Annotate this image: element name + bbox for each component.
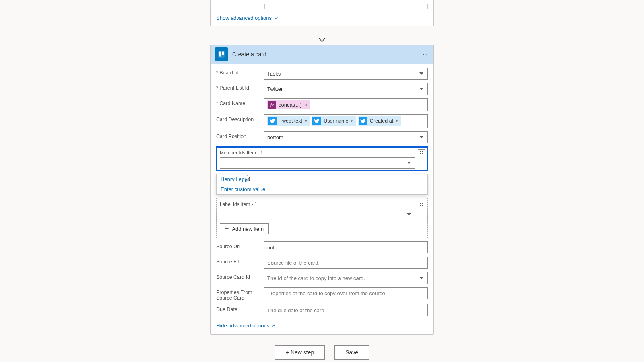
input-source-url[interactable]: null xyxy=(264,241,428,253)
input-card-position[interactable]: bottom xyxy=(264,131,428,143)
show-advanced-label: Show advanced options xyxy=(216,15,272,21)
svg-rect-1 xyxy=(219,52,221,57)
token-remove[interactable]: × xyxy=(304,102,308,108)
input-source-card-id[interactable]: The Id of the card to copy into a new ca… xyxy=(264,272,428,284)
action-header[interactable]: Create a card ··· xyxy=(211,45,433,64)
token-remove[interactable]: × xyxy=(396,118,398,124)
input-parent-list-id[interactable]: Twitter xyxy=(264,83,428,95)
token-remove[interactable]: × xyxy=(351,118,353,124)
input-due-date[interactable]: The due date of the card. xyxy=(264,304,428,316)
input-card-description[interactable]: Tweet text × User name × Created at × xyxy=(264,114,428,128)
action-menu-button[interactable]: ··· xyxy=(419,51,429,58)
trello-icon xyxy=(215,47,228,61)
save-button[interactable]: Save xyxy=(334,345,369,360)
flow-connector xyxy=(210,29,434,42)
label-source-url: Source Url xyxy=(216,241,264,249)
label-source-card-id: Source Card Id xyxy=(216,272,264,280)
twitter-icon xyxy=(359,117,367,125)
label-board-id: Board Id xyxy=(216,68,264,76)
trigger-card-bottom: Show advanced options xyxy=(210,0,434,26)
input-member-ids[interactable] xyxy=(220,157,415,169)
action-title: Create a card xyxy=(232,51,266,58)
array-mode-toggle[interactable] xyxy=(418,201,425,208)
token-created-at[interactable]: Created at × xyxy=(358,116,401,126)
label-label-ids: Label Ids Item - 1 xyxy=(220,202,415,207)
label-member-ids: Member Ids Item - 1 xyxy=(220,150,415,156)
label-props-from-source: Properties From Source Card xyxy=(216,287,264,301)
label-ids-group: Label Ids Item - 1 + Add new item xyxy=(216,198,428,238)
input-source-file[interactable]: Source file of the card. xyxy=(264,257,428,269)
twitter-icon xyxy=(312,117,321,125)
chevron-down-icon xyxy=(274,16,278,20)
dropdown-option-henry[interactable]: Henry Legge xyxy=(217,174,427,184)
token-user-name[interactable]: User name × xyxy=(312,116,356,126)
input-card-name[interactable]: fx concat(...) × xyxy=(264,98,428,111)
add-new-item-button[interactable]: + Add new item xyxy=(220,223,269,234)
input-label-ids[interactable] xyxy=(220,209,415,220)
label-card-name: Card Name xyxy=(216,98,264,106)
token-remove[interactable]: × xyxy=(305,118,308,124)
fx-icon: fx xyxy=(268,101,276,109)
label-card-position: Card Position xyxy=(216,131,264,139)
input-board-id[interactable]: Tasks xyxy=(264,68,428,80)
trigger-field-bottom xyxy=(264,4,428,9)
show-advanced-toggle[interactable]: Show advanced options xyxy=(216,15,278,21)
svg-rect-2 xyxy=(222,52,224,55)
action-body: Board Id Tasks Parent List Id Twitter Ca… xyxy=(211,64,433,334)
label-due-date: Due Date xyxy=(216,304,264,312)
input-props-from-source[interactable]: Properties of the card to copy over from… xyxy=(264,287,428,299)
dropdown-option-custom[interactable]: Enter custom value xyxy=(217,184,427,194)
member-ids-group: Member Ids Item - 1 xyxy=(216,146,428,171)
hide-advanced-toggle[interactable]: Hide advanced options xyxy=(216,323,276,329)
label-card-description: Card Description xyxy=(216,114,264,122)
array-mode-toggle[interactable] xyxy=(418,149,425,156)
action-card-create-card: Create a card ··· Board Id Tasks Parent … xyxy=(210,45,434,335)
token-tweet-text[interactable]: Tweet text × xyxy=(267,116,310,126)
footer-buttons: + New step Save xyxy=(210,345,434,360)
chevron-up-icon xyxy=(272,324,276,328)
plus-icon: + xyxy=(225,226,229,232)
arrow-down-icon xyxy=(318,29,326,42)
label-parent-list-id: Parent List Id xyxy=(216,83,264,91)
new-step-button[interactable]: + New step xyxy=(275,345,325,360)
token-concat[interactable]: fx concat(...) × xyxy=(267,100,310,109)
label-source-file: Source File xyxy=(216,257,264,265)
member-ids-dropdown: Henry Legge Enter custom value xyxy=(216,174,428,195)
twitter-icon xyxy=(268,117,277,125)
